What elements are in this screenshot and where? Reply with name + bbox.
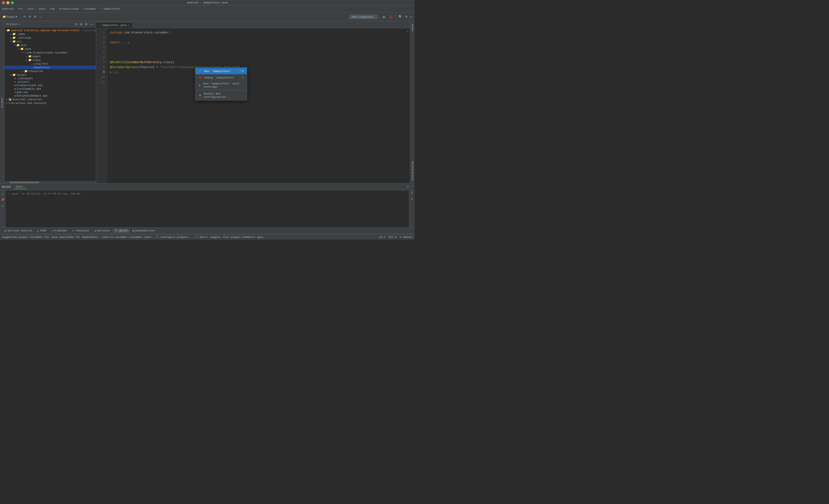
file-tree-collapse-btn[interactable]: ⊟: [79, 22, 83, 26]
file-encoding[interactable]: UTF-8: [388, 236, 396, 239]
build-icon: 🔨: [115, 229, 118, 232]
line-num-3: 3: [96, 40, 105, 45]
ctx-debug-item[interactable]: 🐞 Debug 'SampleTest' ⌃⇧D: [195, 74, 247, 81]
breadcrumb-test[interactable]: test: [28, 7, 34, 10]
add-configuration-button[interactable]: Add Configuration...: [349, 14, 377, 19]
file-tree-close-btn[interactable]: —: [89, 22, 94, 26]
code-line-5: [110, 50, 410, 55]
breadcrumb-bar: android › src › test › java › com › brow…: [0, 5, 414, 12]
debug-button[interactable]: 🐞: [388, 14, 393, 19]
project-tab-button[interactable]: Project: [0, 96, 4, 109]
sync-files-button[interactable]: ⟳: [23, 14, 27, 19]
problems-icon: ⚠: [51, 229, 53, 232]
tree-item-classpath[interactable]: ▶ ● .classpath: [4, 77, 96, 80]
tree-item-settings[interactable]: ▶ 📁 .settings: [4, 36, 96, 40]
tree-item-idea[interactable]: ▶ 📁 .idea: [4, 32, 96, 36]
tree-item-scratches[interactable]: ▶ ✎ Scratches and Consoles: [4, 101, 96, 105]
build-right-filter-icon[interactable]: ⊡: [411, 197, 413, 201]
settings-button[interactable]: ⚙: [33, 14, 37, 19]
folder-icon-resources: 📁: [24, 70, 28, 73]
collapse-all-button[interactable]: ⊟: [28, 14, 32, 19]
tree-item-pages[interactable]: ▶ 📁 pages: [4, 55, 96, 58]
ctx-run-item[interactable]: ▶ Run 'SampleTest' ⌃⌥R: [195, 68, 247, 74]
java-file-icon: ☕: [101, 7, 103, 10]
build-tab-sync[interactable]: Sync ✕: [14, 185, 27, 189]
build-action-icons: ↺ 📌 ⚙: [0, 190, 5, 227]
tab-dependencies[interactable]: ⊞ Dependencies: [131, 229, 157, 233]
ctx-coverage-item[interactable]: ▶ Run 'SampleTest' with Coverage: [195, 81, 247, 89]
tree-item-package[interactable]: ▼ ☕ com.browserstack.cucumber: [4, 51, 96, 55]
tree-item-wikipedia[interactable]: ▶ ▣ WikipediaSample.apk: [4, 94, 96, 98]
tree-item-resources[interactable]: ▶ 📁 resources: [4, 69, 96, 73]
tree-item-root[interactable]: ▼ 📁 android [serenity-appium-app-browser…: [4, 29, 96, 32]
breadcrumb-java[interactable]: java: [39, 7, 45, 10]
indent-settings[interactable]: 4 spaces: [399, 236, 412, 239]
tree-item-ext-libs[interactable]: ▶ 📚 External Libraries: [4, 98, 96, 101]
breadcrumb-browserstack[interactable]: browserstack: [60, 7, 79, 10]
settings-main-button[interactable]: ⚙: [404, 14, 408, 19]
folder-icon-java: 📁: [20, 47, 24, 50]
search-everywhere-button[interactable]: 🔍: [398, 14, 403, 19]
tab-problems[interactable]: ⚠ Problems: [49, 229, 69, 233]
tree-item-localsample[interactable]: ▶ ▣ LocalSample.apk: [4, 87, 96, 91]
breadcrumb-com[interactable]: com: [50, 7, 55, 10]
tree-arrow-resources: ▶: [21, 70, 24, 72]
tree-item-project-file[interactable]: ▶ ● .project: [4, 80, 96, 84]
code-line-11: [110, 80, 410, 85]
file-tree-sync-btn[interactable]: ⟳: [74, 22, 78, 26]
tree-item-bsyml[interactable]: ▶ ⚙ browserstack.yml: [4, 84, 96, 87]
breadcrumb-file[interactable]: ☕ SampleTest: [101, 7, 120, 10]
tree-item-steps[interactable]: ▶ 📁 steps: [4, 58, 96, 62]
tab-todo[interactable]: ☑ TODO: [35, 229, 48, 233]
run-button[interactable]: ▶: [382, 14, 387, 19]
maven-tab[interactable]: Maven: [410, 22, 414, 33]
close-panel-button[interactable]: —: [38, 15, 43, 19]
build-rerun-icon[interactable]: ↺: [2, 192, 3, 195]
file-tree-scrollbar[interactable]: [4, 181, 96, 183]
folder-icon-root: 📁: [7, 29, 10, 32]
tree-item-test[interactable]: ▼ 📁 test: [4, 43, 96, 47]
build-pin-icon[interactable]: 📌: [1, 198, 4, 202]
tree-item-src[interactable]: ▼ 📁 src: [4, 40, 96, 43]
status-bar: Suggested plugin Cucumber for Java avail…: [0, 234, 414, 240]
tree-item-pom[interactable]: ▶ ⚙ pom.xml: [4, 91, 96, 94]
tab-terminal[interactable]: >_ Terminal: [70, 229, 92, 233]
tree-arrow-steps: ▶: [25, 59, 28, 61]
build-settings2-icon[interactable]: ⚙: [2, 204, 3, 208]
code-content[interactable]: package com.browserstack.cucumber; impor…: [107, 28, 410, 183]
close-button[interactable]: [2, 1, 5, 4]
maximize-button[interactable]: [11, 1, 14, 4]
tree-item-target[interactable]: ▶ 📁 target: [4, 73, 96, 77]
sync-tab-close[interactable]: ✕: [23, 185, 25, 188]
scrollbar-thumb[interactable]: [9, 182, 39, 183]
line-num-2: 2: [96, 35, 105, 40]
notifications-tab[interactable]: Notifications: [410, 160, 414, 182]
breadcrumb-android[interactable]: android: [2, 7, 13, 10]
breadcrumb-cucumber[interactable]: cucumber: [84, 7, 97, 10]
folder-icon-target: 📁: [12, 73, 16, 76]
build-tab-bar: Build: Sync ✕ ⚙ —: [0, 183, 414, 190]
check-icon: ✓: [405, 28, 410, 34]
breadcrumb-src[interactable]: src: [18, 7, 23, 10]
ctx-modify-config-item[interactable]: ⚙ Modify Run Configuration...: [195, 91, 247, 100]
run-icon: ▶: [199, 69, 202, 73]
tab-build[interactable]: 🔨 Build: [113, 229, 130, 233]
tree-item-sampletest[interactable]: ▶ ☕ SampleTest: [4, 66, 96, 69]
tab-services[interactable]: ◎ Services: [93, 229, 112, 233]
build-settings-icon[interactable]: ⚙: [407, 185, 409, 189]
tree-item-localtest[interactable]: ▶ ☕ LocalTest: [4, 62, 96, 66]
main-menu-button[interactable]: ≡: [409, 15, 413, 19]
cursor-position[interactable]: 10:2: [379, 236, 385, 239]
dependencies-icon: ⊞: [133, 229, 134, 232]
problems-label: Problems: [54, 229, 67, 232]
tab-version-control[interactable]: ⎇ Version Control: [1, 229, 34, 233]
tree-item-java[interactable]: ▼ 📁 java: [4, 47, 96, 51]
editor-tab-sampletest[interactable]: ☕ SampleTest.java ✕: [96, 22, 133, 28]
tab-close-button[interactable]: ✕: [128, 24, 130, 27]
minimize-button[interactable]: [6, 1, 9, 4]
file-tree-settings-btn[interactable]: ⚙: [84, 22, 88, 26]
project-view-button[interactable]: 📁 Project ▾: [1, 14, 18, 19]
tree-label-root: android [serenity-appium-app-browserstac…: [11, 29, 79, 32]
build-close-icon[interactable]: —: [411, 185, 412, 189]
build-right-list-icon[interactable]: ☰: [410, 191, 413, 195]
